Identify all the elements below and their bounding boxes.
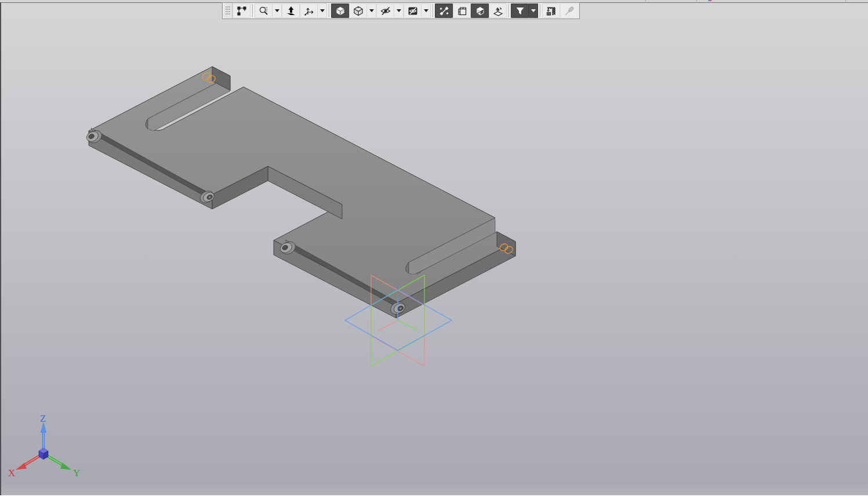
local-frame-button[interactable] [233,3,250,18]
sketch-display-button[interactable] [489,3,507,18]
chevron-down-icon [369,9,374,12]
orientation-button[interactable] [300,3,318,18]
toolbar-separator [538,3,542,19]
triad-label-z: Z [40,413,46,424]
hide-objects-button[interactable] [376,3,394,18]
eyedropper-button [560,3,578,18]
filter-dropdown[interactable] [529,3,538,18]
window-left-border [0,2,1,497]
chevron-down-icon [275,9,279,12]
hide-objects-dropdown[interactable] [394,3,404,18]
toolbar-separator [327,3,331,19]
zoom-area-dropdown[interactable] [273,3,282,18]
shaded-display-button[interactable] [331,3,349,18]
chevron-down-icon [320,9,325,12]
toolbar-separator [250,3,255,19]
normal-to-button[interactable] [282,3,300,18]
toolbar-separator [431,3,435,19]
dim-components-button[interactable] [404,3,422,18]
toolbar-separator [507,3,511,19]
toolbar-grip[interactable] [224,3,233,19]
dim-components-dropdown[interactable] [422,3,431,18]
filter-button[interactable] [511,3,529,18]
orientation-triad: Z X Y [8,413,80,478]
crane-loads-button[interactable] [542,3,560,18]
chevron-down-icon [531,9,536,12]
origin-axis-x [378,320,398,331]
wireframe-display-dropdown[interactable] [367,3,376,18]
viewport-3d[interactable]: Z X Y [0,0,868,497]
triad-label-y: Y [73,467,80,478]
scene-canvas[interactable]: Z X Y [0,0,868,497]
wireframe-display-button[interactable] [349,3,367,18]
degrees-of-freedom-button[interactable] [435,3,453,18]
zoom-area-button[interactable] [255,3,273,18]
part-plate[interactable] [89,67,515,318]
orientation-dropdown[interactable] [318,3,327,18]
strip-divider [645,0,646,2]
strip-divider [845,0,846,2]
chevron-down-icon [424,9,428,12]
strip-divider [696,0,697,2]
dimensions-display-button[interactable] [453,3,471,18]
toolbar [222,2,580,19]
triad-label-x: X [8,467,15,478]
triad-center-cube [39,448,48,459]
strip-icon-fragment [709,0,711,1]
section-display-button[interactable] [471,3,489,18]
chevron-down-icon [397,9,401,12]
origin-axis-y [398,320,419,331]
